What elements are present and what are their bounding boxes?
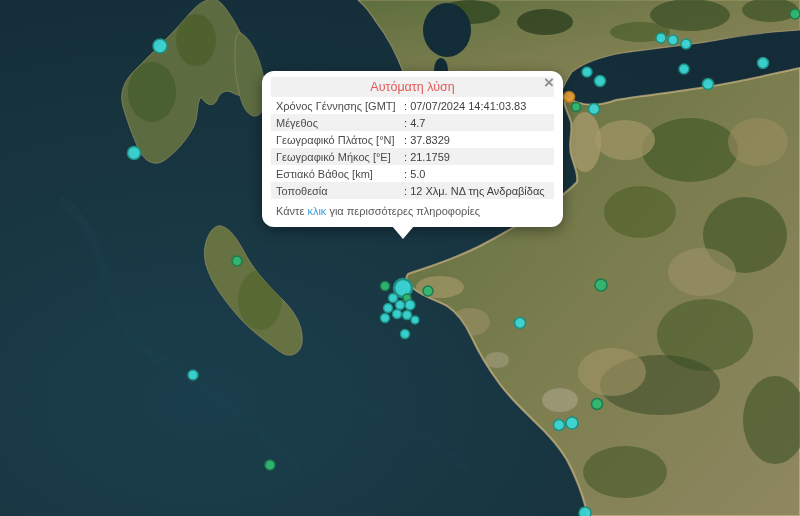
earthquake-marker-cyan[interactable] — [579, 507, 591, 516]
earthquake-marker-cyan[interactable] — [595, 76, 606, 87]
earthquake-marker-cyan[interactable] — [188, 370, 198, 380]
earthquake-marker-cyan[interactable] — [393, 310, 402, 319]
depth-value: 5.0 — [410, 168, 425, 180]
earthquake-marker-orange[interactable] — [564, 92, 575, 103]
earthquake-marker-green[interactable] — [572, 103, 581, 112]
earthquake-marker-cyan[interactable] — [396, 301, 405, 310]
close-icon[interactable]: × — [542, 72, 556, 93]
earthquake-marker-cyan[interactable] — [384, 304, 393, 313]
popup-row-latitude: Γεωγραφικό Πλάτος [°N] : 37.8329 — [271, 131, 554, 148]
earthquake-marker-cyan[interactable] — [554, 420, 565, 431]
earthquake-marker-cyan[interactable] — [679, 64, 689, 74]
field-value: : 07/07/2024 14:41:03.83 — [404, 99, 549, 113]
location-value: 12 Χλμ. ΝΔ της Ανδραβίδας — [410, 185, 544, 197]
field-value: : 12 Χλμ. ΝΔ της Ανδραβίδας — [404, 184, 549, 198]
popup-row-location: Τοποθεσία : 12 Χλμ. ΝΔ της Ανδραβίδας — [271, 182, 554, 199]
field-label: Γεωγραφικό Μήκος [°E] — [276, 150, 404, 164]
earthquake-marker-cyan[interactable] — [401, 330, 410, 339]
field-value: : 4.7 — [404, 116, 549, 130]
earthquake-marker-cyan[interactable] — [128, 147, 141, 160]
earthquake-marker-green[interactable] — [232, 256, 242, 266]
earthquake-marker-green[interactable] — [595, 279, 607, 291]
popup-title: Αυτόματη λύση — [271, 77, 554, 97]
popup-content: Αυτόματη λύση Χρόνος Γέννησης [GMT] : 07… — [262, 71, 563, 227]
earthquake-marker-cyan[interactable] — [656, 33, 666, 43]
popup-row-magnitude: Μέγεθος : 4.7 — [271, 114, 554, 131]
field-label: Γεωγραφικό Πλάτος [°N] — [276, 133, 404, 147]
footer-suffix: για περισσότερες πληροφορίες — [326, 205, 480, 217]
earthquake-marker-cyan[interactable] — [411, 316, 419, 324]
field-value: : 37.8329 — [404, 133, 549, 147]
earthquake-marker-cyan[interactable] — [681, 39, 691, 49]
field-label: Εστιακό Βάθος [km] — [276, 167, 404, 181]
popup-footer: Κάντε κλικ για περισσότερες πληροφορίες — [271, 199, 554, 220]
earthquake-marker-green[interactable] — [592, 399, 603, 410]
earthquake-marker-cyan[interactable] — [153, 39, 167, 53]
earthquake-marker-cyan[interactable] — [668, 35, 678, 45]
map-stage[interactable]: × Αυτόματη λύση Χρόνος Γέννησης [GMT] : … — [0, 0, 800, 516]
earthquake-marker-cyan[interactable] — [389, 294, 398, 303]
earthquake-marker-cyan[interactable] — [403, 311, 412, 320]
latitude-value: 37.8329 — [410, 134, 450, 146]
field-label: Χρόνος Γέννησης [GMT] — [276, 99, 404, 113]
earthquake-marker-cyan[interactable] — [405, 300, 415, 310]
earthquake-marker-cyan[interactable] — [589, 104, 600, 115]
popup-row-depth: Εστιακό Βάθος [km] : 5.0 — [271, 165, 554, 182]
earthquake-marker-green[interactable] — [790, 9, 800, 19]
field-label: Μέγεθος — [276, 116, 404, 130]
popup-row-origin-time: Χρόνος Γέννησης [GMT] : 07/07/2024 14:41… — [271, 97, 554, 114]
earthquake-popup: × Αυτόματη λύση Χρόνος Γέννησης [GMT] : … — [262, 71, 563, 227]
more-info-link[interactable]: κλικ — [307, 205, 326, 217]
earthquake-marker-green[interactable] — [423, 286, 433, 296]
earthquake-marker-green[interactable] — [381, 282, 390, 291]
earthquake-marker-cyan[interactable] — [566, 417, 578, 429]
footer-prefix: Κάντε — [276, 205, 307, 217]
popup-tail — [392, 226, 414, 239]
earthquake-marker-green[interactable] — [265, 460, 275, 470]
earthquake-marker-cyan[interactable] — [758, 58, 769, 69]
longitude-value: 21.1759 — [410, 151, 450, 163]
earthquake-marker-cyan[interactable] — [582, 67, 592, 77]
earthquake-marker-cyan[interactable] — [381, 314, 390, 323]
popup-row-longitude: Γεωγραφικό Μήκος [°E] : 21.1759 — [271, 148, 554, 165]
earthquake-marker-cyan[interactable] — [515, 318, 526, 329]
field-label: Τοποθεσία — [276, 184, 404, 198]
origin-time-value: 07/07/2024 14:41:03.83 — [410, 100, 526, 112]
field-value: : 5.0 — [404, 167, 549, 181]
field-value: : 21.1759 — [404, 150, 549, 164]
magnitude-value: 4.7 — [410, 117, 425, 129]
earthquake-marker-cyan[interactable] — [703, 79, 714, 90]
